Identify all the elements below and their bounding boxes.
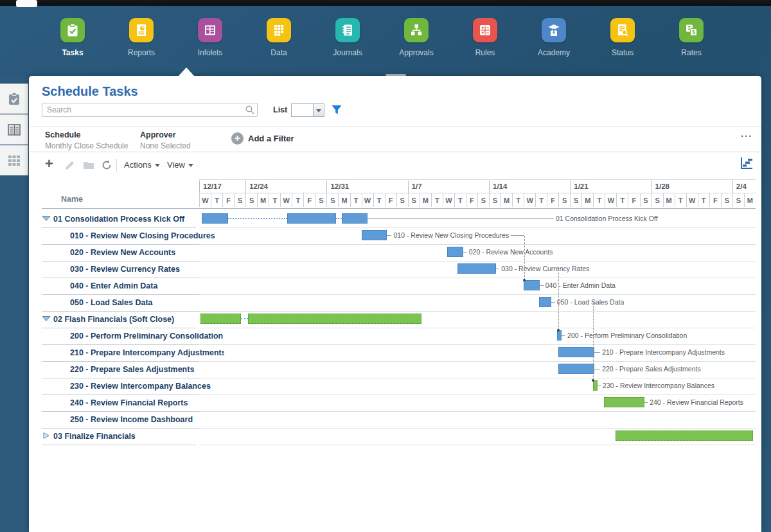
approver-filter-value[interactable]: None Selected — [140, 141, 191, 150]
view-menu[interactable]: View — [167, 160, 193, 170]
list-dropdown-button[interactable] — [313, 104, 324, 116]
bar-label-connector-line — [368, 218, 558, 219]
rail-item-grid-squares-icon[interactable] — [0, 145, 28, 175]
gantt-view-icon[interactable] — [740, 156, 754, 170]
search-input[interactable] — [42, 103, 258, 117]
task-name-row[interactable]: 03 Finalize Financials — [42, 428, 196, 445]
refresh-icon[interactable] — [101, 159, 112, 171]
timeline-day-cell: T — [373, 193, 385, 207]
actions-menu[interactable]: Actions — [124, 160, 160, 170]
gantt-bar[interactable] — [457, 263, 496, 274]
gantt-bar[interactable] — [248, 314, 422, 324]
name-column-header: Name — [61, 195, 83, 204]
schedule-filter-label: Schedule — [45, 130, 81, 139]
gantt-row — [199, 211, 756, 228]
more-options-button[interactable]: ... — [741, 128, 753, 139]
edit-pencil-icon[interactable] — [64, 159, 76, 171]
schedule-filter-value[interactable]: Monthly Close Schedule — [45, 141, 128, 150]
timeline-day-cell: S — [721, 193, 732, 207]
task-name-label: 050 - Load Sales Data — [70, 298, 153, 307]
task-name-row[interactable]: 02 Flash Financials (Soft Close) — [42, 311, 196, 328]
task-name-row[interactable]: 050 - Load Sales Data — [42, 294, 224, 312]
timeline-week-label: 1/14 — [489, 181, 570, 193]
rail-item-clipboard-check-icon[interactable] — [0, 84, 28, 114]
app-item-rules[interactable]: Rules — [456, 18, 514, 57]
svg-text:$: $ — [692, 29, 695, 35]
app-item-rates[interactable]: Σ$Rates — [662, 18, 720, 57]
timeline-header: 12/17WTFS12/24SMTWTFS12/31SMTWTFS1/7SMTW… — [199, 179, 756, 208]
gantt-toolbar: + Actions View — [29, 153, 761, 179]
rail-item-table-list-icon[interactable] — [0, 114, 28, 145]
dependency-dashed-line — [524, 236, 525, 280]
app-navigation-bar: TasksReportsInfoletsDataJournalsApproval… — [0, 6, 771, 76]
add-task-button[interactable]: + — [45, 157, 53, 171]
expand-triangle-icon[interactable] — [42, 432, 53, 441]
app-item-label: Infolets — [181, 48, 239, 57]
gantt-bar[interactable] — [604, 397, 644, 407]
add-filter-button[interactable]: Add a Filter — [248, 134, 294, 143]
timeline-week-label: 2/4 — [732, 181, 756, 193]
timeline-day-cell: W — [524, 193, 535, 207]
search-icon[interactable] — [245, 105, 255, 115]
app-item-approvals[interactable]: Approvals — [387, 18, 445, 57]
app-item-data[interactable]: Data — [250, 18, 308, 57]
timeline-day-cell: T — [269, 193, 280, 207]
gantt-bar[interactable] — [558, 347, 594, 357]
list-dropdown[interactable] — [291, 103, 324, 117]
task-name-row[interactable]: 230 - Review Intercompany Balances — [42, 378, 224, 395]
timeline-day-cell: M — [257, 193, 269, 207]
app-item-status[interactable]: Status — [594, 18, 651, 57]
rates-icon: Σ$ — [679, 18, 704, 42]
task-name-row[interactable]: 250 - Review Income Dashboard — [42, 411, 224, 429]
add-filter-icon[interactable]: + — [231, 132, 244, 145]
gantt-bar-label: 030 - Review Currency Rates — [499, 264, 591, 274]
task-name-row[interactable]: 210 - Prepare Intercompany Adjustments — [42, 344, 224, 362]
task-name-row[interactable]: 010 - Review New Closing Procedures — [42, 227, 224, 245]
gantt-bar[interactable] — [200, 314, 241, 324]
gantt-bar[interactable] — [202, 213, 228, 224]
app-item-reports[interactable]: Reports — [112, 18, 170, 57]
app-item-tasks[interactable]: Tasks — [44, 18, 102, 57]
timeline-day-cell: M — [338, 193, 350, 207]
timeline-day-cell: S — [570, 193, 581, 207]
task-name-row[interactable]: 01 Consolidation Process Kick Off — [42, 211, 196, 228]
gantt-bar[interactable] — [539, 297, 552, 307]
app-item-academy[interactable]: Academy — [525, 18, 583, 57]
gantt-bar[interactable] — [616, 430, 754, 441]
task-name-label: 030 - Review Currency Rates — [70, 265, 180, 274]
task-name-row[interactable]: 240 - Review Financial Reports — [42, 395, 224, 412]
gantt-bar[interactable] — [524, 280, 540, 290]
task-name-label: 240 - Review Financial Reports — [70, 398, 188, 407]
timeline-day-cell: S — [245, 193, 257, 207]
app-item-journals[interactable]: Journals — [319, 18, 377, 57]
task-name-row[interactable]: 030 - Review Currency Rates — [42, 261, 224, 278]
summary-gap-dots — [241, 318, 248, 319]
gantt-bar[interactable] — [447, 247, 463, 257]
panel-collapse-handle[interactable] — [386, 74, 406, 76]
timeline-day-cell: S — [408, 193, 420, 207]
gantt-bar[interactable] — [342, 213, 368, 224]
timeline-day-cell: F — [709, 193, 721, 207]
task-name-row[interactable]: 040 - Enter Admin Data — [42, 278, 224, 295]
task-name-label: 040 - Enter Admin Data — [70, 281, 157, 290]
task-name-row[interactable]: 020 - Review New Accounts — [42, 244, 224, 262]
gantt-bar[interactable] — [287, 213, 336, 224]
dependency-dashed-line — [593, 303, 594, 380]
task-name-label: 250 - Review Income Dashboard — [70, 415, 193, 424]
collapse-triangle-icon[interactable] — [42, 315, 53, 324]
gantt-bar[interactable] — [558, 364, 594, 374]
header-underline — [42, 208, 756, 209]
app-item-label: Rates — [662, 48, 720, 57]
collapse-triangle-icon[interactable] — [42, 215, 53, 224]
app-item-infolets[interactable]: Infolets — [181, 18, 239, 57]
timeline-day-cell: T — [431, 193, 443, 207]
timeline-day-cell: F — [385, 193, 396, 207]
folder-icon[interactable] — [83, 159, 94, 171]
timeline-day-cell: S — [326, 193, 338, 207]
gantt-bar[interactable] — [362, 230, 387, 240]
task-name-row[interactable]: 200 - Perform Preliminary Consolidation — [42, 328, 224, 345]
filter-funnel-icon[interactable] — [331, 104, 342, 116]
task-name-row[interactable]: 220 - Prepare Sales Adjustments — [42, 361, 224, 378]
gantt-row — [199, 411, 756, 429]
timeline-day-cell: T — [675, 193, 686, 207]
